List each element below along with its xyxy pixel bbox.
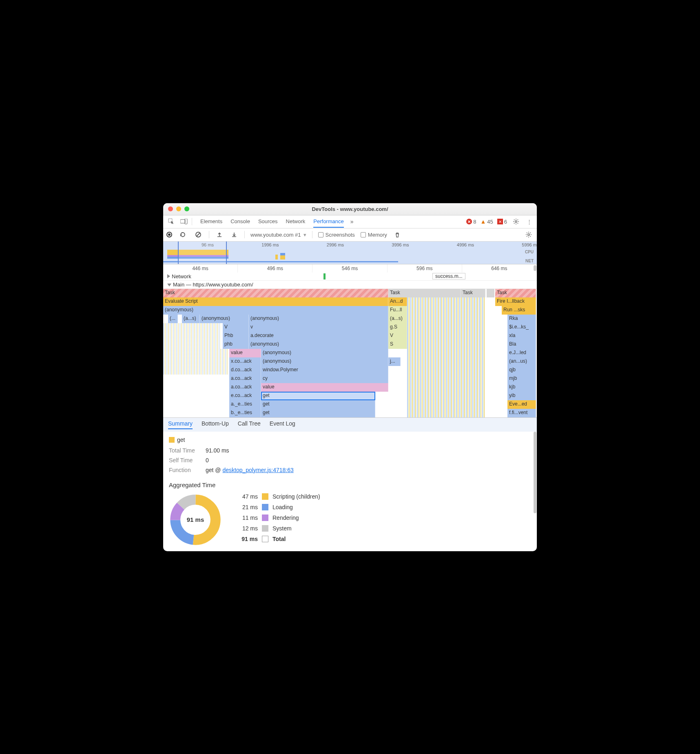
flame-cell[interactable]: d.co...ack [229,366,261,375]
flame-cell[interactable]: e.co...ack [229,392,261,400]
more-tabs-icon[interactable]: » [350,218,354,225]
flame-cell[interactable]: Run ...sks [502,306,536,315]
flame-cell[interactable]: (... [168,315,178,323]
close-window-icon[interactable] [168,206,173,211]
flame-cell[interactable]: j... [388,357,401,366]
flame-cell[interactable]: xla [507,332,536,340]
svg-rect-1 [180,220,185,223]
flame-cell[interactable]: (an...us) [507,357,536,366]
issue-badge[interactable]: ✕6 [497,219,507,225]
flame-cell[interactable]: (a...s) [388,315,407,323]
collapse-icon[interactable] [167,284,171,286]
download-icon[interactable] [230,230,239,239]
reload-button[interactable] [178,230,188,240]
expand-icon[interactable] [167,274,170,278]
minimize-window-icon[interactable] [176,206,181,211]
warning-badge[interactable]: ▲45 [480,218,493,225]
function-source-link[interactable]: desktop_polymer.js:4718:63 [222,467,293,473]
flame-chart[interactable]: Task Task Task Task Evaluate Script An..… [163,289,537,417]
flame-cell[interactable]: Eve...ed [507,400,536,409]
overview-window-handle[interactable] [178,242,227,264]
tab-console[interactable]: Console [230,216,250,227]
flame-cell[interactable]: mjb [507,375,536,383]
flame-cell[interactable]: f.fi...vent [507,409,536,417]
legend-swatch-icon [262,525,268,532]
screenshots-checkbox[interactable]: Screenshots [318,232,355,238]
inspect-icon[interactable] [166,217,176,226]
flame-cell[interactable]: An...d [388,297,407,306]
flame-cell[interactable]: get [261,400,375,409]
kebab-menu-icon[interactable]: ⋮ [525,217,534,226]
scrollbar-vertical[interactable] [534,432,536,513]
flame-cell[interactable]: (anonymous) [261,357,388,366]
flame-cell[interactable]: (a...s) [182,315,200,323]
flame-cell[interactable]: $i.e...ks_ [507,323,536,332]
flame-cell[interactable]: x.co...ack [229,357,261,366]
capture-settings-icon[interactable] [524,230,534,240]
flame-cell[interactable]: V [223,323,249,332]
flame-cell[interactable]: Fire I...llback [495,297,536,306]
upload-icon[interactable] [215,230,224,239]
time-ruler[interactable]: 446 ms 496 ms 546 ms 596 ms 646 ms [163,264,537,273]
target-select[interactable]: www.youtube.com #1 ▾ [250,232,306,238]
flame-cell[interactable]: v [249,323,388,332]
settings-icon[interactable] [511,217,521,226]
network-event[interactable] [323,273,326,279]
maximize-window-icon[interactable] [184,206,189,211]
flame-cell[interactable]: cy [261,375,388,383]
flame-cell[interactable]: Bla [507,340,536,349]
network-resource-pill[interactable]: success.m... [432,273,465,279]
flame-selected-get[interactable]: get [261,392,375,400]
flame-cell[interactable]: Rka [507,315,536,323]
flame-cell[interactable]: a.decorate [249,332,388,340]
memory-checkbox[interactable]: Memory [361,232,387,238]
flame-cell[interactable]: Fu...ll [388,306,407,315]
flame-cell[interactable]: value [229,349,261,357]
clear-button[interactable] [193,230,203,240]
flame-cell[interactable]: (anonymous) [261,349,388,357]
gc-icon[interactable] [393,230,402,239]
tab-sources[interactable]: Sources [258,216,278,227]
aggregated-time-heading: Aggregated Time [169,481,531,488]
flame-anonymous[interactable]: (anonymous) [163,306,388,315]
flame-cell[interactable]: g.S [388,323,407,332]
flame-cell[interactable]: (anonymous) [249,315,388,323]
flame-task[interactable]: Task [388,289,461,297]
flame-evaluate-script[interactable]: Evaluate Script [163,297,388,306]
flame-cell[interactable]: Phb [223,332,249,340]
tab-event-log[interactable]: Event Log [270,420,295,429]
flame-task[interactable]: Task [163,289,388,297]
tab-bottom-up[interactable]: Bottom-Up [202,420,229,429]
scrollbar-vertical[interactable] [534,265,536,271]
flame-cell[interactable]: qjb [507,366,536,375]
flame-cell[interactable]: e.J...led [507,349,536,357]
tab-elements[interactable]: Elements [200,216,222,227]
flame-cell[interactable]: get [261,409,375,417]
device-toggle-icon[interactable] [179,217,189,226]
error-badge[interactable]: ✕8 [466,219,476,225]
tab-network[interactable]: Network [286,216,306,227]
flame-cell[interactable]: (anonymous) [249,340,388,349]
net-label: NET [525,259,534,263]
flame-cell[interactable]: kjb [507,383,536,392]
network-track-header[interactable]: Network success.m... [163,273,537,281]
overview-timeline[interactable]: 96 ms 1996 ms 2996 ms 3996 ms 4996 ms 59… [163,242,537,264]
flame-cell[interactable]: window.Polymer [261,366,388,375]
main-track-header[interactable]: Main — https://www.youtube.com/ [163,281,537,289]
flame-cell[interactable]: value [261,383,388,392]
flame-cell[interactable]: phb [223,340,249,349]
tab-call-tree[interactable]: Call Tree [238,420,261,429]
flame-cell[interactable]: V [388,332,407,340]
flame-cell[interactable]: b._e...ties [229,409,261,417]
time-legend: 47 msScripting (children)21 msLoading11 … [238,493,320,546]
flame-cell[interactable]: S [388,340,407,349]
tab-summary[interactable]: Summary [168,420,193,429]
flame-cell[interactable]: a.co...ack [229,383,261,392]
flame-cell[interactable]: yib [507,392,536,400]
flame-cell[interactable]: (anonymous) [200,315,249,323]
tab-performance[interactable]: Performance [313,216,343,228]
flame-cell[interactable]: a._e...ties [229,400,261,409]
flame-task[interactable]: Task [461,289,485,297]
flame-cell[interactable]: a.co...ack [229,375,261,383]
record-button[interactable] [166,232,172,237]
